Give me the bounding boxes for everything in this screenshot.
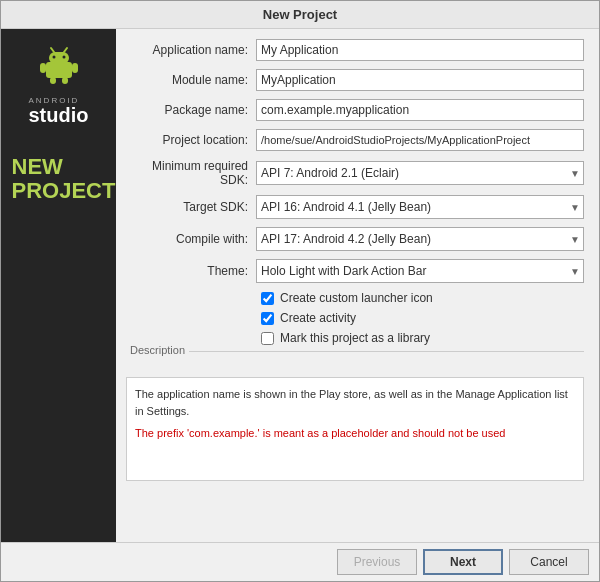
library-label: Mark this project as a library [280, 331, 430, 345]
form-area: Application name: Module name: Package n… [116, 29, 599, 542]
new-line1: NEW [12, 154, 63, 179]
compile-with-select-wrapper: API 17: Android 4.2 (Jelly Bean) API 16:… [256, 227, 584, 251]
svg-point-3 [62, 56, 65, 59]
project-location-label: Project location: [126, 133, 256, 147]
previous-button[interactable]: Previous [337, 549, 417, 575]
theme-select[interactable]: Holo Light with Dark Action Bar Holo Dar… [256, 259, 584, 283]
create-activity-label: Create activity [280, 311, 356, 325]
application-name-input[interactable] [256, 39, 584, 61]
dialog-title: New Project [263, 7, 337, 22]
theme-label: Theme: [126, 264, 256, 278]
svg-rect-0 [46, 62, 72, 78]
min-sdk-row: Minimum required SDK: API 7: Android 2.1… [126, 159, 584, 187]
svg-point-2 [52, 56, 55, 59]
svg-rect-7 [72, 63, 78, 73]
description-box: The application name is shown in the Pla… [126, 377, 584, 481]
svg-rect-9 [62, 77, 68, 84]
target-sdk-label: Target SDK: [126, 200, 256, 214]
sidebar-studio-text: ANDROID studio [29, 96, 89, 125]
launcher-icon-label: Create custom launcher icon [280, 291, 433, 305]
target-sdk-select-wrapper: API 16: Android 4.1 (Jelly Bean) API 17:… [256, 195, 584, 219]
create-activity-checkbox[interactable] [261, 312, 274, 325]
description-warning: The prefix 'com.example.' is meant as a … [135, 427, 575, 439]
module-name-row: Module name: [126, 69, 584, 91]
library-checkbox-row: Mark this project as a library [261, 331, 584, 345]
svg-line-4 [51, 48, 54, 52]
sidebar-logo: ANDROID studio [29, 44, 89, 125]
min-sdk-select[interactable]: API 7: Android 2.1 (Eclair) API 8: Andro… [256, 161, 584, 185]
compile-with-select[interactable]: API 17: Android 4.2 (Jelly Bean) API 16:… [256, 227, 584, 251]
cancel-button[interactable]: Cancel [509, 549, 589, 575]
compile-with-label: Compile with: [126, 232, 256, 246]
theme-row: Theme: Holo Light with Dark Action Bar H… [126, 259, 584, 283]
svg-line-5 [64, 48, 67, 52]
target-sdk-row: Target SDK: API 16: Android 4.1 (Jelly B… [126, 195, 584, 219]
application-name-label: Application name: [126, 43, 256, 57]
theme-select-wrapper: Holo Light with Dark Action Bar Holo Dar… [256, 259, 584, 283]
module-name-input[interactable] [256, 69, 584, 91]
compile-with-row: Compile with: API 17: Android 4.2 (Jelly… [126, 227, 584, 251]
svg-rect-1 [49, 52, 69, 64]
button-bar: Previous Next Cancel [1, 542, 599, 581]
studio-label: studio [29, 105, 89, 125]
description-title-text: Description [126, 344, 189, 356]
min-sdk-label: Minimum required SDK: [126, 159, 256, 187]
library-checkbox[interactable] [261, 332, 274, 345]
svg-rect-8 [50, 77, 56, 84]
launcher-icon-checkbox[interactable] [261, 292, 274, 305]
new-project-dialog: New Project [0, 0, 600, 582]
package-name-input[interactable] [256, 99, 584, 121]
new-project-label: NEW PROJECT [2, 155, 116, 203]
application-name-row: Application name: [126, 39, 584, 61]
dialog-content: ANDROID studio NEW PROJECT Application n… [1, 29, 599, 542]
package-name-row: Package name: [126, 99, 584, 121]
package-name-label: Package name: [126, 103, 256, 117]
new-line2: PROJECT [12, 178, 116, 203]
project-location-input[interactable] [256, 129, 584, 151]
dialog-title-bar: New Project [1, 1, 599, 29]
description-section: Description The application name is show… [126, 351, 584, 481]
description-text: The application name is shown in the Pla… [135, 386, 575, 419]
create-activity-checkbox-row: Create activity [261, 311, 584, 325]
launcher-icon-checkbox-row: Create custom launcher icon [261, 291, 584, 305]
project-location-row: Project location: [126, 129, 584, 151]
description-title: Description [126, 351, 584, 364]
svg-rect-6 [40, 63, 46, 73]
target-sdk-select[interactable]: API 16: Android 4.1 (Jelly Bean) API 17:… [256, 195, 584, 219]
min-sdk-select-wrapper: API 7: Android 2.1 (Eclair) API 8: Andro… [256, 161, 584, 185]
sidebar: ANDROID studio NEW PROJECT [1, 29, 116, 542]
next-button[interactable]: Next [423, 549, 503, 575]
android-robot-icon [38, 44, 80, 86]
module-name-label: Module name: [126, 73, 256, 87]
